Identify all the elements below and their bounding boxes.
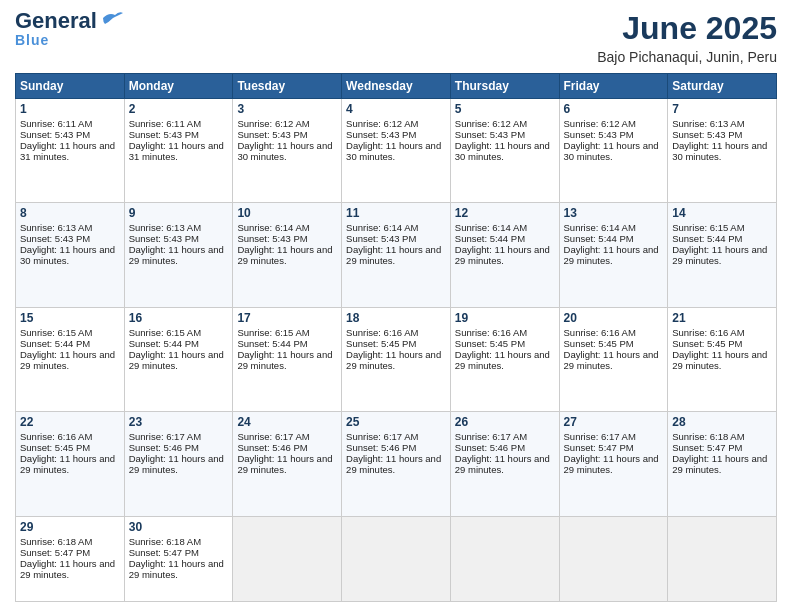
- day-number: 9: [129, 206, 229, 220]
- title-area: June 2025 Bajo Pichanaqui, Junin, Peru: [597, 10, 777, 65]
- sunrise-label: Sunrise: 6:14 AM: [455, 222, 527, 233]
- table-row: [450, 516, 559, 601]
- sunset-label: Sunset: 5:44 PM: [672, 233, 742, 244]
- daylight-label: Daylight: 11 hours and 29 minutes.: [564, 453, 659, 475]
- table-row: 3Sunrise: 6:12 AMSunset: 5:43 PMDaylight…: [233, 99, 342, 203]
- sunset-label: Sunset: 5:44 PM: [564, 233, 634, 244]
- sunrise-label: Sunrise: 6:16 AM: [564, 327, 636, 338]
- sunrise-label: Sunrise: 6:16 AM: [672, 327, 744, 338]
- sunrise-label: Sunrise: 6:17 AM: [564, 431, 636, 442]
- sunset-label: Sunset: 5:43 PM: [129, 129, 199, 140]
- table-row: 21Sunrise: 6:16 AMSunset: 5:45 PMDayligh…: [668, 307, 777, 411]
- sunset-label: Sunset: 5:45 PM: [346, 338, 416, 349]
- daylight-label: Daylight: 11 hours and 29 minutes.: [346, 349, 441, 371]
- daylight-label: Daylight: 11 hours and 29 minutes.: [455, 349, 550, 371]
- table-row: 11Sunrise: 6:14 AMSunset: 5:43 PMDayligh…: [342, 203, 451, 307]
- day-number: 14: [672, 206, 772, 220]
- sunrise-label: Sunrise: 6:15 AM: [672, 222, 744, 233]
- logo-general: General: [15, 10, 97, 32]
- table-row: 26Sunrise: 6:17 AMSunset: 5:46 PMDayligh…: [450, 412, 559, 516]
- calendar-header-row: Sunday Monday Tuesday Wednesday Thursday…: [16, 74, 777, 99]
- daylight-label: Daylight: 11 hours and 30 minutes.: [237, 140, 332, 162]
- sunrise-label: Sunrise: 6:14 AM: [564, 222, 636, 233]
- sunrise-label: Sunrise: 6:11 AM: [129, 118, 201, 129]
- day-number: 24: [237, 415, 337, 429]
- table-row: 22Sunrise: 6:16 AMSunset: 5:45 PMDayligh…: [16, 412, 125, 516]
- sunset-label: Sunset: 5:43 PM: [346, 129, 416, 140]
- day-number: 22: [20, 415, 120, 429]
- sunset-label: Sunset: 5:43 PM: [20, 129, 90, 140]
- daylight-label: Daylight: 11 hours and 29 minutes.: [455, 244, 550, 266]
- daylight-label: Daylight: 11 hours and 30 minutes.: [564, 140, 659, 162]
- sunrise-label: Sunrise: 6:13 AM: [129, 222, 201, 233]
- day-number: 15: [20, 311, 120, 325]
- sunset-label: Sunset: 5:46 PM: [455, 442, 525, 453]
- sunset-label: Sunset: 5:44 PM: [20, 338, 90, 349]
- sunrise-label: Sunrise: 6:18 AM: [129, 536, 201, 547]
- logo-blue: Blue: [15, 32, 49, 48]
- day-number: 19: [455, 311, 555, 325]
- col-friday: Friday: [559, 74, 668, 99]
- table-row: 9Sunrise: 6:13 AMSunset: 5:43 PMDaylight…: [124, 203, 233, 307]
- calendar-week-row: 8Sunrise: 6:13 AMSunset: 5:43 PMDaylight…: [16, 203, 777, 307]
- table-row: 24Sunrise: 6:17 AMSunset: 5:46 PMDayligh…: [233, 412, 342, 516]
- table-row: 18Sunrise: 6:16 AMSunset: 5:45 PMDayligh…: [342, 307, 451, 411]
- table-row: 27Sunrise: 6:17 AMSunset: 5:47 PMDayligh…: [559, 412, 668, 516]
- day-number: 1: [20, 102, 120, 116]
- table-row: [559, 516, 668, 601]
- calendar-week-row: 1Sunrise: 6:11 AMSunset: 5:43 PMDaylight…: [16, 99, 777, 203]
- sunrise-label: Sunrise: 6:17 AM: [346, 431, 418, 442]
- col-sunday: Sunday: [16, 74, 125, 99]
- table-row: 13Sunrise: 6:14 AMSunset: 5:44 PMDayligh…: [559, 203, 668, 307]
- sunset-label: Sunset: 5:46 PM: [346, 442, 416, 453]
- table-row: 12Sunrise: 6:14 AMSunset: 5:44 PMDayligh…: [450, 203, 559, 307]
- logo-bird-icon: [101, 10, 123, 28]
- col-tuesday: Tuesday: [233, 74, 342, 99]
- daylight-label: Daylight: 11 hours and 31 minutes.: [129, 140, 224, 162]
- table-row: 2Sunrise: 6:11 AMSunset: 5:43 PMDaylight…: [124, 99, 233, 203]
- sunset-label: Sunset: 5:45 PM: [564, 338, 634, 349]
- sunrise-label: Sunrise: 6:16 AM: [455, 327, 527, 338]
- day-number: 8: [20, 206, 120, 220]
- daylight-label: Daylight: 11 hours and 29 minutes.: [237, 453, 332, 475]
- table-row: 10Sunrise: 6:14 AMSunset: 5:43 PMDayligh…: [233, 203, 342, 307]
- col-saturday: Saturday: [668, 74, 777, 99]
- table-row: 7Sunrise: 6:13 AMSunset: 5:43 PMDaylight…: [668, 99, 777, 203]
- daylight-label: Daylight: 11 hours and 30 minutes.: [346, 140, 441, 162]
- daylight-label: Daylight: 11 hours and 29 minutes.: [20, 453, 115, 475]
- table-row: 1Sunrise: 6:11 AMSunset: 5:43 PMDaylight…: [16, 99, 125, 203]
- sunset-label: Sunset: 5:43 PM: [346, 233, 416, 244]
- daylight-label: Daylight: 11 hours and 29 minutes.: [346, 244, 441, 266]
- sunrise-label: Sunrise: 6:18 AM: [20, 536, 92, 547]
- month-title: June 2025: [597, 10, 777, 47]
- page: General Blue June 2025 Bajo Pichanaqui, …: [0, 0, 792, 612]
- sunset-label: Sunset: 5:43 PM: [455, 129, 525, 140]
- day-number: 28: [672, 415, 772, 429]
- sunset-label: Sunset: 5:43 PM: [564, 129, 634, 140]
- table-row: 6Sunrise: 6:12 AMSunset: 5:43 PMDaylight…: [559, 99, 668, 203]
- daylight-label: Daylight: 11 hours and 29 minutes.: [564, 244, 659, 266]
- sunset-label: Sunset: 5:45 PM: [672, 338, 742, 349]
- sunset-label: Sunset: 5:43 PM: [237, 233, 307, 244]
- table-row: [233, 516, 342, 601]
- day-number: 13: [564, 206, 664, 220]
- daylight-label: Daylight: 11 hours and 29 minutes.: [129, 349, 224, 371]
- daylight-label: Daylight: 11 hours and 29 minutes.: [129, 453, 224, 475]
- sunset-label: Sunset: 5:43 PM: [672, 129, 742, 140]
- sunset-label: Sunset: 5:44 PM: [455, 233, 525, 244]
- sunrise-label: Sunrise: 6:13 AM: [20, 222, 92, 233]
- sunset-label: Sunset: 5:43 PM: [237, 129, 307, 140]
- sunrise-label: Sunrise: 6:15 AM: [20, 327, 92, 338]
- day-number: 21: [672, 311, 772, 325]
- sunset-label: Sunset: 5:43 PM: [129, 233, 199, 244]
- calendar-week-row: 15Sunrise: 6:15 AMSunset: 5:44 PMDayligh…: [16, 307, 777, 411]
- table-row: 23Sunrise: 6:17 AMSunset: 5:46 PMDayligh…: [124, 412, 233, 516]
- day-number: 20: [564, 311, 664, 325]
- col-wednesday: Wednesday: [342, 74, 451, 99]
- day-number: 27: [564, 415, 664, 429]
- sunset-label: Sunset: 5:43 PM: [20, 233, 90, 244]
- sunset-label: Sunset: 5:45 PM: [455, 338, 525, 349]
- daylight-label: Daylight: 11 hours and 30 minutes.: [672, 140, 767, 162]
- table-row: [342, 516, 451, 601]
- sunrise-label: Sunrise: 6:16 AM: [20, 431, 92, 442]
